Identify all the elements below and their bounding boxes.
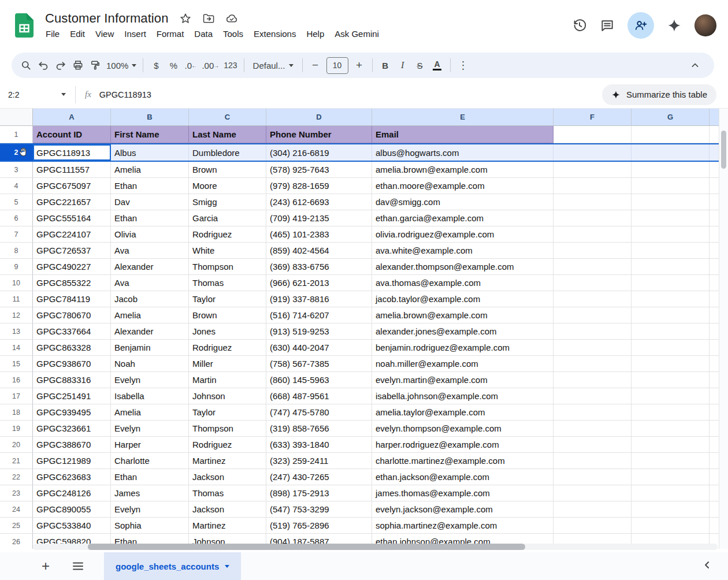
row-header-14[interactable]: 14 <box>0 340 33 356</box>
collapse-panel-icon[interactable] <box>701 559 713 573</box>
cell-A22[interactable]: GPGC623683 <box>33 469 111 485</box>
row-header-1[interactable]: 1 <box>0 126 33 143</box>
cell-G11[interactable] <box>632 291 710 307</box>
column-header-C[interactable]: C <box>189 109 266 126</box>
hide-toolbar-button[interactable] <box>686 57 704 74</box>
cell-B17[interactable]: Isabella <box>111 388 189 404</box>
cell-G22[interactable] <box>632 469 710 485</box>
menu-format[interactable]: Format <box>151 28 190 40</box>
cell-E3[interactable]: amelia.brown@example.com <box>372 162 554 178</box>
cell-C8[interactable]: White <box>189 243 266 259</box>
cell-D22[interactable]: (247) 430-7265 <box>266 469 372 485</box>
cell-B14[interactable]: Benjamin <box>111 340 189 356</box>
cell-A9[interactable]: GPGC490227 <box>33 259 111 275</box>
cell-partial-9[interactable] <box>710 259 719 275</box>
more-options-button[interactable]: ⋮ <box>455 57 472 74</box>
cell-C2[interactable]: Dumbledore <box>189 144 266 161</box>
cell-G7[interactable] <box>632 226 710 243</box>
add-sheet-button[interactable]: + <box>36 556 55 576</box>
cell-E16[interactable]: evelyn.martin@example.com <box>372 372 554 388</box>
account-avatar[interactable] <box>694 14 716 36</box>
row-header-21[interactable]: 21 <box>0 453 33 469</box>
cell-G17[interactable] <box>632 388 710 404</box>
cell-F9[interactable] <box>554 259 632 275</box>
cell-C23[interactable]: Thomas <box>189 485 266 501</box>
row-header-10[interactable]: 10 <box>0 275 33 291</box>
gemini-sparkle-icon[interactable] <box>667 18 682 33</box>
cell-F2[interactable] <box>554 144 632 161</box>
undo-button[interactable] <box>35 57 52 74</box>
cell-D2[interactable]: (304) 216-6819 <box>266 144 372 161</box>
cell-D15[interactable]: (758) 567-7385 <box>266 356 372 372</box>
menu-tools[interactable]: Tools <box>218 28 248 40</box>
menu-extensions[interactable]: Extensions <box>248 28 301 40</box>
cell-C18[interactable]: Taylor <box>189 404 266 421</box>
decrease-decimal-button[interactable]: .0← <box>182 57 199 74</box>
cell-F6[interactable] <box>554 210 632 226</box>
cell-D3[interactable]: (578) 925-7643 <box>266 162 372 178</box>
cell-F15[interactable] <box>554 356 632 372</box>
cell-C21[interactable]: Martinez <box>189 453 266 469</box>
cell-A3[interactable]: GPGC111557 <box>33 162 111 178</box>
menu-file[interactable]: File <box>40 28 65 40</box>
row-header-12[interactable]: 12 <box>0 307 33 324</box>
cell-G2[interactable] <box>632 144 710 161</box>
cell-B7[interactable]: Olivia <box>111 226 189 243</box>
select-all-corner[interactable] <box>0 109 33 126</box>
format-currency-button[interactable]: $ <box>147 57 165 74</box>
cell-partial-13[interactable] <box>710 324 719 340</box>
cell-A24[interactable]: GPGC890055 <box>33 501 111 518</box>
cell-A8[interactable]: GPGC726537 <box>33 243 111 259</box>
row-header-17[interactable]: 17 <box>0 388 33 404</box>
cell-G9[interactable] <box>632 259 710 275</box>
cell-B11[interactable]: Jacob <box>111 291 189 307</box>
cell-E1[interactable]: Email <box>372 126 554 143</box>
menu-data[interactable]: Data <box>189 28 218 40</box>
cell-F11[interactable] <box>554 291 632 307</box>
cell-partial-4[interactable] <box>710 178 719 194</box>
cell-D7[interactable]: (465) 101-2383 <box>266 226 372 243</box>
cell-B10[interactable]: Ava <box>111 275 189 291</box>
row-header-19[interactable]: 19 <box>0 421 33 437</box>
cell-C7[interactable]: Rodriguez <box>189 226 266 243</box>
cell-A1[interactable]: Account ID <box>33 126 111 143</box>
cell-A6[interactable]: GPGC555164 <box>33 210 111 226</box>
cell-E10[interactable]: ava.thomas@example.com <box>372 275 554 291</box>
row-header-9[interactable]: 9 <box>0 259 33 275</box>
cell-D11[interactable]: (919) 337-8816 <box>266 291 372 307</box>
cell-D18[interactable]: (747) 475-5780 <box>266 404 372 421</box>
cell-F12[interactable] <box>554 307 632 324</box>
cell-F16[interactable] <box>554 372 632 388</box>
cell-B24[interactable]: Evelyn <box>111 501 189 518</box>
cell-D19[interactable]: (319) 858-7656 <box>266 421 372 437</box>
cell-B6[interactable]: Ethan <box>111 210 189 226</box>
cell-C16[interactable]: Martin <box>189 372 266 388</box>
cell-F3[interactable] <box>554 162 632 178</box>
paint-format-button[interactable] <box>87 57 104 74</box>
cell-D9[interactable]: (369) 833-6756 <box>266 259 372 275</box>
cell-B13[interactable]: Alexander <box>111 324 189 340</box>
cell-E21[interactable]: charlotte.martinez@example.com <box>372 453 554 469</box>
cell-D14[interactable]: (630) 440-2047 <box>266 340 372 356</box>
cell-C19[interactable]: Thompson <box>189 421 266 437</box>
cell-partial-18[interactable] <box>710 404 719 421</box>
formula-input[interactable]: GPGC118913 <box>99 90 151 99</box>
cell-C13[interactable]: Jones <box>189 324 266 340</box>
redo-button[interactable] <box>52 57 69 74</box>
cell-A17[interactable]: GPGC251491 <box>33 388 111 404</box>
cell-C3[interactable]: Brown <box>189 162 266 178</box>
cell-partial-6[interactable] <box>710 210 719 226</box>
cell-G5[interactable] <box>632 194 710 210</box>
column-header-E[interactable]: E <box>372 109 554 126</box>
cell-E8[interactable]: ava.white@example.com <box>372 243 554 259</box>
cell-G12[interactable] <box>632 307 710 324</box>
cell-partial-19[interactable] <box>710 421 719 437</box>
cell-G18[interactable] <box>632 404 710 421</box>
cell-A25[interactable]: GPGC533840 <box>33 518 111 534</box>
cell-E9[interactable]: alexander.thompson@example.com <box>372 259 554 275</box>
cell-A14[interactable]: GPGC863328 <box>33 340 111 356</box>
cell-G16[interactable] <box>632 372 710 388</box>
cell-A10[interactable]: GPGC855322 <box>33 275 111 291</box>
cell-E15[interactable]: noah.miller@example.com <box>372 356 554 372</box>
cell-C6[interactable]: Garcia <box>189 210 266 226</box>
